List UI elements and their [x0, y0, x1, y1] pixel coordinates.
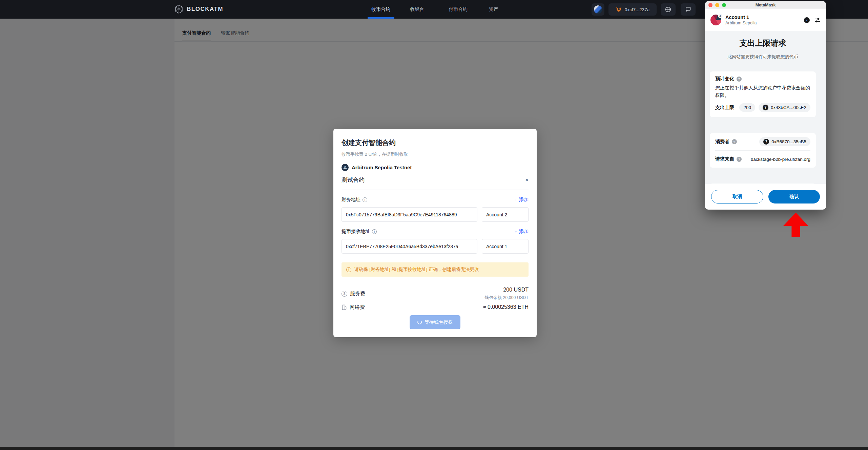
network-fee-label: 网络费: [350, 304, 365, 310]
withdraw-address-input[interactable]: [342, 239, 477, 254]
info-icon[interactable]: i: [804, 17, 810, 23]
account-info[interactable]: Account 1 Arbitrum Sepolia: [725, 15, 800, 25]
wallet-balance-note: 钱包余额 20,000 USDT: [485, 295, 529, 301]
waiting-wallet-button[interactable]: 等待钱包授权: [410, 315, 460, 329]
service-fee-row: $ 服务费 200 USDT 钱包余额 20,000 USDT: [342, 287, 529, 301]
finance-address-label: 财务地址: [342, 197, 360, 203]
estimated-changes-label: 预计变化: [715, 76, 734, 82]
nav-item-checkout[interactable]: 收银台: [410, 0, 424, 19]
nav-item-assets[interactable]: 资产: [489, 0, 498, 19]
minimize-window-button[interactable]: [715, 3, 719, 7]
spender-label: 消费者: [715, 139, 729, 145]
metamask-popup: MetaMask A Account 1 Arbitrum Sepolia i …: [705, 1, 826, 210]
zoom-window-button[interactable]: [722, 3, 726, 7]
withdraw-address-head: 提币接收地址 ! + 添加: [342, 229, 529, 235]
globe-icon: [665, 6, 671, 13]
finance-address-head: 财务地址 ! + 添加: [342, 197, 529, 203]
create-contract-modal: 创建支付智能合约 收币手续费 2 U/笔，在提币时收取 Arbitrum Sep…: [333, 129, 537, 337]
modal-title: 创建支付智能合约: [342, 138, 529, 147]
spending-cap-row: 支出上限 200 ? 0x43bCA...00cE2: [715, 103, 810, 112]
token-button[interactable]: [592, 3, 604, 16]
token-address: 0x43bCA...00cE2: [771, 105, 806, 110]
waiting-wallet-label: 等待钱包授权: [425, 319, 453, 325]
help-icon[interactable]: ?: [732, 139, 737, 144]
network-name: Arbitrum Sepolia Testnet: [352, 165, 412, 170]
help-icon[interactable]: ?: [737, 157, 742, 162]
metamask-header: A Account 1 Arbitrum Sepolia i: [705, 9, 826, 31]
close-window-button[interactable]: [708, 3, 712, 7]
brand: BLOCKATM: [174, 4, 223, 14]
language-button[interactable]: [661, 3, 676, 16]
plus-icon: +: [515, 229, 517, 234]
spinner-icon: [417, 320, 422, 324]
account-avatar: A: [710, 15, 721, 25]
plus-icon: +: [515, 197, 517, 202]
warning-banner: ! 请确保 [财务地址] 和 [提币接收地址] 正确，创建后将无法更改: [342, 262, 529, 277]
blockatm-logo-icon: [174, 4, 184, 14]
warning-icon: !: [346, 267, 351, 272]
withdraw-address-row: [342, 239, 529, 254]
token-icon: [594, 5, 602, 14]
request-heading: 支出上限请求: [710, 38, 816, 48]
add-label: 添加: [519, 229, 529, 235]
modal-subtitle: 收币手续费 2 U/笔，在提币时收取: [342, 151, 529, 157]
estimated-changes-desc: 您正在授予其他人从您的账户中花费该金额的权限。: [715, 84, 810, 99]
contract-name-value[interactable]: 测试合约: [342, 176, 365, 184]
unknown-address-icon: ?: [763, 139, 769, 145]
token-address-pill[interactable]: ? 0x43bCA...00cE2: [759, 103, 810, 112]
help-icon[interactable]: ?: [737, 77, 742, 82]
withdraw-account-input[interactable]: [482, 239, 529, 254]
service-fee-label: 服务费: [350, 291, 365, 297]
withdraw-address-label-wrap: 提币接收地址 !: [342, 229, 377, 235]
finance-address-input[interactable]: [342, 207, 477, 222]
spender-address: 0xB6870...35cB5: [771, 139, 806, 144]
cancel-button[interactable]: 取消: [711, 190, 763, 203]
spender-address-pill[interactable]: ? 0xB6870...35cB5: [759, 137, 810, 146]
fee-divider: [333, 281, 537, 281]
withdraw-address-label: 提币接收地址: [342, 229, 370, 235]
spending-cap-amount-pill[interactable]: 200: [739, 103, 755, 112]
request-from-row: 请求来自 ? backstage-b2b-pre.ufcfan.org: [710, 151, 816, 168]
nav-item-receive-contract[interactable]: 收币合约: [371, 0, 390, 19]
add-withdraw-address-button[interactable]: + 添加: [515, 229, 529, 235]
network-fee-left: 网络费: [342, 304, 365, 310]
metamask-titlebar: MetaMask: [705, 1, 826, 9]
network-fee-value: ≈ 0.00025363 ETH: [483, 304, 529, 310]
window-title: MetaMask: [756, 3, 776, 7]
warning-text: 请确保 [财务地址] 和 [提币接收地址] 正确，创建后将无法更改: [354, 266, 479, 273]
finance-address-label-wrap: 财务地址 !: [342, 197, 367, 203]
finance-account-input[interactable]: [482, 207, 529, 222]
request-from-label: 请求来自: [715, 156, 734, 162]
request-subheading: 此网站需要获得许可来提取您的代币: [710, 54, 816, 60]
finance-info-icon: !: [363, 197, 367, 202]
metamask-fox-icon: [616, 6, 622, 13]
add-finance-address-button[interactable]: + 添加: [515, 197, 529, 203]
gas-pump-icon: [342, 304, 347, 310]
request-from-value: backstage-b2b-pre.ufcfan.org: [751, 157, 810, 162]
finance-address-row: [342, 207, 529, 222]
spending-cap-label: 支出上限: [715, 105, 736, 111]
flag-icon: [685, 6, 691, 13]
brand-name: BLOCKATM: [187, 6, 223, 13]
metamask-footer: 取消 确认: [705, 184, 826, 210]
metamask-body: 支出上限请求 此网站需要获得许可来提取您的代币 预计变化 ? 您正在授予其他人从…: [705, 31, 826, 210]
clear-name-icon[interactable]: ×: [525, 177, 529, 183]
unknown-token-icon: ?: [763, 105, 768, 110]
withdraw-info-icon: !: [372, 229, 377, 234]
contract-name-row: 测试合约 ×: [342, 176, 529, 190]
account-badge: A: [718, 14, 723, 18]
confirm-button[interactable]: 确认: [768, 190, 820, 203]
estimated-changes-card: 预计变化 ? 您正在授予其他人从您的账户中花费该金额的权限。 支出上限 200 …: [710, 71, 816, 117]
feedback-button[interactable]: [681, 3, 696, 16]
wallet-address: 0xcf7...237a: [625, 7, 650, 12]
settings-sliders-icon[interactable]: [814, 17, 821, 23]
service-fee-left: $ 服务费: [342, 287, 365, 301]
network-row: Arbitrum Sepolia Testnet: [342, 164, 529, 171]
add-label: 添加: [519, 197, 529, 203]
coin-icon: $: [342, 291, 347, 297]
wallet-address-button[interactable]: 0xcf7...237a: [608, 3, 657, 16]
spender-row: 消费者 ? ? 0xB6870...35cB5: [710, 133, 816, 150]
arbitrum-network-icon: [342, 164, 349, 171]
service-fee-value: 200 USDT: [485, 287, 529, 293]
nav-item-pay-contract[interactable]: 付币合约: [449, 0, 468, 19]
